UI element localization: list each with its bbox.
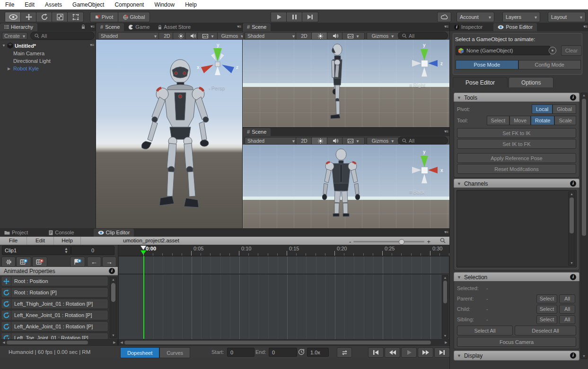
clip-menu-file[interactable]: File xyxy=(0,237,27,245)
info-icon[interactable] xyxy=(570,274,576,280)
scroll-up-icon[interactable]: ▲ xyxy=(443,275,448,280)
info-icon[interactable] xyxy=(570,352,576,359)
tab-hierarchy[interactable]: Hierarchy xyxy=(0,23,37,31)
clip-select-dropdown[interactable]: Clip1 ▲▼ xyxy=(2,246,71,255)
layers-dropdown[interactable]: Layers xyxy=(502,12,540,22)
menu-item-file[interactable]: File xyxy=(0,0,19,9)
zoom-slider-thumb[interactable] xyxy=(399,239,404,245)
pause-button[interactable] xyxy=(286,12,303,22)
zoom-slider[interactable] xyxy=(353,241,424,242)
rotate-tool-button[interactable] xyxy=(36,12,53,22)
all-button[interactable]: All xyxy=(559,294,575,303)
mode-config-mode[interactable]: Config Mode xyxy=(518,60,581,69)
properties-scrollbar[interactable]: ▲ ▼ xyxy=(110,277,117,338)
lock-icon[interactable] xyxy=(81,25,85,29)
timeline-ruler[interactable]: 0:000:050:100:150:200:250:30 xyxy=(118,245,449,256)
channels-list[interactable]: ▲ ▼ xyxy=(456,190,577,267)
object-picker-icon[interactable] xyxy=(549,47,556,54)
info-icon[interactable] xyxy=(570,94,576,101)
ortho-axis-gizmo[interactable]: y z xyxy=(404,42,444,79)
scroll-right-icon[interactable]: ▶ xyxy=(112,341,117,344)
select-all-button[interactable]: Select All xyxy=(457,326,513,335)
scroll-down-icon[interactable]: ▼ xyxy=(111,333,116,338)
pivot-toggle-button[interactable]: Pivot xyxy=(90,12,118,22)
gameobject-field[interactable]: None (GameObject) xyxy=(456,46,550,55)
tab-scene-back[interactable]: # Scene xyxy=(243,128,271,136)
property-row-root-position[interactable]: Root : Position xyxy=(1,276,108,286)
step-button[interactable] xyxy=(302,12,318,22)
right-view-label[interactable]: ≡Right xyxy=(409,82,425,88)
hierarchy-panel-menu[interactable] xyxy=(90,24,94,29)
rewind-button[interactable] xyxy=(385,347,400,358)
tab-pose-editor[interactable]: Pose Editor xyxy=(493,23,537,31)
scene-main-panel-menu[interactable] xyxy=(237,24,241,29)
subtab-options[interactable]: Options xyxy=(509,77,553,87)
menu-item-help[interactable]: Help xyxy=(180,0,202,9)
hierarchy-item-directional-light[interactable]: Directional Light xyxy=(0,57,96,65)
scroll-up-icon[interactable]: ▲ xyxy=(569,192,574,197)
end-field[interactable]: 0 xyxy=(269,348,297,357)
pivot-local[interactable]: Local xyxy=(532,104,553,114)
gizmos-dropdown[interactable]: Gizmos xyxy=(367,137,399,145)
select-button[interactable]: Select xyxy=(536,315,557,324)
create-button[interactable]: Create xyxy=(2,32,27,40)
tool-select[interactable]: Select xyxy=(487,116,510,125)
effects-dropdown[interactable] xyxy=(342,32,365,40)
scene-back-viewport[interactable]: y x ≡Back xyxy=(243,145,449,228)
tab-clip-editor[interactable]: Clip Editor xyxy=(94,229,134,237)
back-view-label[interactable]: ≡Back xyxy=(409,189,425,195)
menu-item-edit[interactable]: Edit xyxy=(19,0,40,9)
property-row-left-thigh-joint-01-rotation-p-[interactable]: Left_Thigh_Joint_01 : Rotation [P] xyxy=(1,299,108,309)
scene-search-input[interactable]: All xyxy=(398,32,448,40)
play-clip-button[interactable] xyxy=(401,347,417,358)
zoom-in-icon[interactable]: + xyxy=(427,238,430,245)
scroll-thumb[interactable] xyxy=(443,281,447,303)
gizmos-dropdown[interactable]: Gizmos xyxy=(367,32,399,40)
selection-section-header[interactable]: ▼ Selection xyxy=(454,272,579,282)
rect-tool-button[interactable] xyxy=(67,12,84,22)
tool-move[interactable]: Move xyxy=(509,116,531,125)
scroll-thumb[interactable] xyxy=(111,283,115,302)
next-key-button[interactable]: → xyxy=(102,257,116,267)
tab-console[interactable]: Console xyxy=(44,229,78,237)
select-button[interactable]: Select xyxy=(536,305,557,314)
property-row-left-ankle-joint-01-rotation-p-[interactable]: Left_Ankle_Joint_01 : Rotation [P] xyxy=(1,321,108,332)
channels-scrollbar[interactable]: ▲ ▼ xyxy=(568,191,575,266)
all-button[interactable]: All xyxy=(559,305,575,314)
bottom-panel-menu[interactable] xyxy=(444,230,448,234)
clear-button[interactable]: Clear xyxy=(561,45,582,56)
tools-button-set-ik-to-fk[interactable]: Set IK to FK xyxy=(457,139,576,149)
menu-item-gameobject[interactable]: GameObject xyxy=(67,0,109,9)
scroll-left-icon[interactable]: ◀ xyxy=(119,341,124,344)
playhead-line[interactable] xyxy=(143,256,144,339)
info-icon[interactable] xyxy=(109,268,115,274)
tab-game[interactable]: Game xyxy=(124,23,154,31)
select-button[interactable]: Select xyxy=(536,294,557,303)
tab-asset-store[interactable]: Asset Store xyxy=(154,23,195,31)
channels-section-header[interactable]: ▼ Channels xyxy=(454,179,579,189)
menu-item-window[interactable]: Window xyxy=(149,0,180,9)
play-button[interactable] xyxy=(271,12,287,22)
scroll-right-icon[interactable]: ▶ xyxy=(443,341,449,344)
playhead-marker-white[interactable] xyxy=(140,246,146,250)
magnifier-icon[interactable] xyxy=(440,238,446,243)
shading-dropdown[interactable]: Shaded xyxy=(245,137,298,145)
view-tool-button[interactable] xyxy=(5,12,21,22)
tool-rotate[interactable]: Rotate xyxy=(531,116,554,125)
scroll-thumb[interactable] xyxy=(7,341,88,344)
focus-camera-button[interactable]: Focus Camera xyxy=(457,337,576,347)
fast-forward-button[interactable] xyxy=(418,347,433,358)
scene-axis-gizmo[interactable]: y x z xyxy=(196,43,239,82)
scroll-down-icon[interactable]: ▼ xyxy=(581,354,587,359)
dopesheet-summary-row[interactable] xyxy=(118,256,449,274)
skip-start-button[interactable] xyxy=(368,347,384,358)
frame-number-field[interactable]: 0 xyxy=(71,246,114,255)
add-key-button[interactable] xyxy=(70,257,85,267)
audio-toggle[interactable] xyxy=(327,32,344,40)
menu-item-component[interactable]: Component xyxy=(109,0,149,9)
scene-search-input[interactable]: All xyxy=(398,137,448,145)
scroll-left-icon[interactable]: ◀ xyxy=(1,341,7,344)
scale-tool-button[interactable] xyxy=(52,12,68,22)
clip-menu-help[interactable]: Help xyxy=(54,237,81,245)
hierarchy-item-main-camera[interactable]: Main Camera xyxy=(0,50,96,57)
